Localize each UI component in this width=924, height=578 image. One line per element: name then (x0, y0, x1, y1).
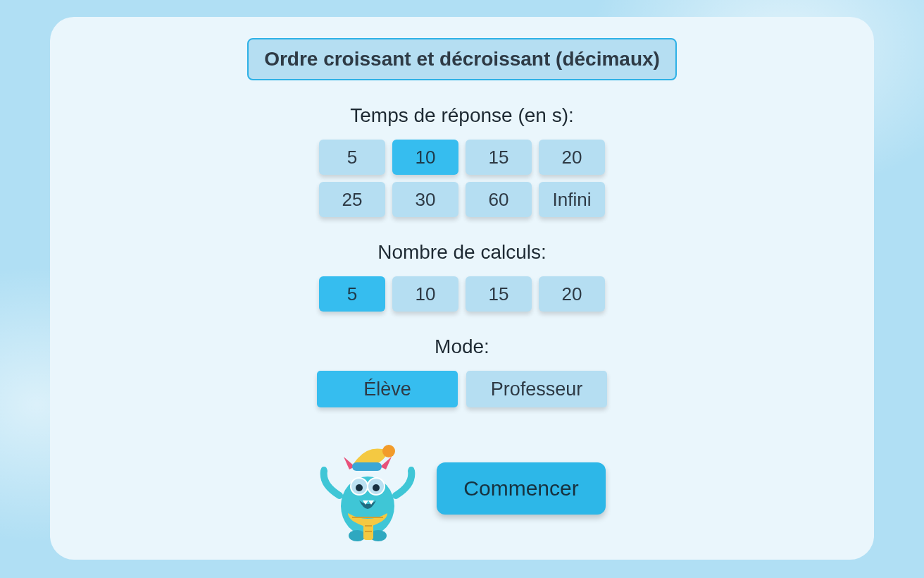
time-options: 5101520253060Infini (314, 140, 610, 217)
mode-label: Mode: (78, 336, 846, 358)
bottom-row: Commencer (78, 436, 846, 541)
svg-point-3 (349, 530, 366, 541)
time-option-60[interactable]: 60 (466, 182, 532, 217)
settings-card: Ordre croissant et décroissant (décimaux… (50, 17, 874, 560)
monster-mascot-icon (318, 436, 417, 541)
time-option-15[interactable]: 15 (466, 140, 532, 175)
svg-point-1 (408, 467, 414, 472)
count-option-15[interactable]: 15 (466, 276, 532, 312)
time-label: Temps de réponse (en s): (78, 104, 846, 127)
count-label: Nombre de calculs: (78, 241, 846, 264)
svg-point-12 (373, 484, 380, 491)
time-option-5[interactable]: 5 (319, 140, 385, 175)
count-option-10[interactable]: 10 (392, 276, 458, 312)
svg-rect-5 (352, 462, 382, 471)
page-title: Ordre croissant et décroissant (décimaux… (247, 38, 677, 80)
count-options: 5101520 (314, 276, 610, 312)
count-option-5[interactable]: 5 (319, 276, 385, 312)
count-option-20[interactable]: 20 (539, 276, 605, 312)
time-option-25[interactable]: 25 (319, 182, 385, 217)
time-option-10[interactable]: 10 (392, 140, 458, 175)
svg-point-0 (321, 467, 327, 472)
time-option-30[interactable]: 30 (392, 182, 458, 217)
start-button[interactable]: Commencer (437, 462, 605, 515)
time-option-infini[interactable]: Infini (539, 182, 605, 217)
mode-option-professeur[interactable]: Professeur (466, 371, 607, 407)
mode-option-élève[interactable]: Élève (317, 371, 458, 407)
svg-point-11 (356, 484, 363, 491)
svg-point-6 (382, 445, 395, 457)
mode-options: ÉlèveProfesseur (78, 371, 846, 407)
time-option-20[interactable]: 20 (539, 140, 605, 175)
